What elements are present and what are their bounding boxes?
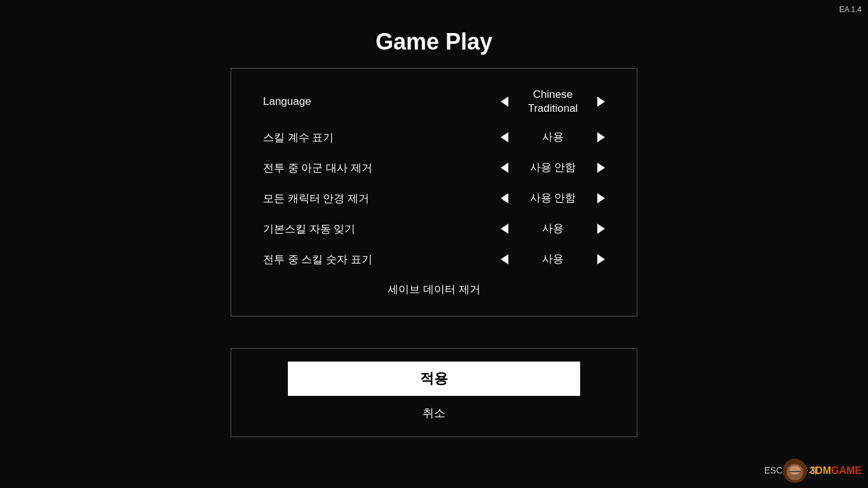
skill-level-prev-button[interactable] — [501, 132, 508, 142]
battle-ally-control: 사용 안함 — [501, 161, 605, 175]
skill-number-row: 전투 중 스킬 숫자 표기 사용 — [250, 244, 618, 274]
skill-level-row: 스킬 계수 표기 사용 — [250, 122, 618, 152]
skill-level-next-button[interactable] — [597, 132, 605, 142]
logo-mascot-icon — [783, 459, 807, 483]
logo-text: 3DMGAME — [810, 465, 862, 477]
skill-auto-row: 기본스킬 자동 잊기 사용 — [250, 214, 618, 244]
character-glasses-label: 모든 캐릭터 안경 제거 — [263, 191, 501, 206]
logo-area: 3DMGAME — [783, 459, 862, 483]
character-glasses-value: 사용 안함 — [515, 191, 591, 205]
character-glasses-row: 모든 캐릭터 안경 제거 사용 안함 — [250, 183, 618, 214]
settings-panel: Language ChineseTraditional 스킬 계수 표기 사용 … — [231, 68, 637, 316]
battle-ally-value: 사용 안함 — [515, 161, 591, 175]
skill-auto-next-button[interactable] — [597, 224, 605, 234]
character-glasses-control: 사용 안함 — [501, 191, 605, 205]
skill-auto-prev-button[interactable] — [501, 224, 508, 234]
skill-number-control: 사용 — [501, 252, 605, 266]
skill-auto-control: 사용 — [501, 222, 605, 236]
skill-number-prev-button[interactable] — [501, 254, 508, 264]
language-next-button[interactable] — [597, 97, 605, 107]
skill-level-label: 스킬 계수 표기 — [263, 130, 501, 145]
save-delete-label[interactable]: 세이브 데이터 제거 — [388, 283, 480, 295]
page-title: Game Play — [0, 29, 868, 55]
language-label: Language — [263, 95, 501, 108]
skill-number-value: 사용 — [515, 252, 591, 266]
language-value: ChineseTraditional — [515, 88, 591, 116]
skill-auto-label: 기본스킬 자동 잊기 — [263, 222, 501, 236]
character-glasses-next-button[interactable] — [597, 193, 605, 203]
version-label: EA 1.4 — [839, 5, 862, 14]
battle-ally-row: 전투 중 아군 대사 제거 사용 안함 — [250, 152, 618, 183]
save-delete-row: 세이브 데이터 제거 — [250, 274, 618, 300]
cancel-button[interactable]: 취소 — [250, 402, 618, 424]
skill-level-value: 사용 — [515, 130, 591, 144]
language-prev-button[interactable] — [501, 97, 508, 107]
skill-level-control: 사용 — [501, 130, 605, 144]
skill-auto-value: 사용 — [515, 222, 591, 236]
skill-number-label: 전투 중 스킬 숫자 표기 — [263, 252, 501, 267]
svg-point-2 — [789, 466, 801, 475]
language-row: Language ChineseTraditional — [250, 81, 618, 122]
battle-ally-label: 전투 중 아군 대사 제거 — [263, 161, 501, 175]
language-control: ChineseTraditional — [501, 88, 605, 116]
apply-button[interactable]: 적용 — [288, 362, 580, 396]
battle-ally-prev-button[interactable] — [501, 163, 508, 173]
action-panel: 적용 취소 — [231, 348, 637, 437]
battle-ally-next-button[interactable] — [597, 163, 605, 173]
skill-number-next-button[interactable] — [597, 254, 605, 264]
character-glasses-prev-button[interactable] — [501, 193, 508, 203]
